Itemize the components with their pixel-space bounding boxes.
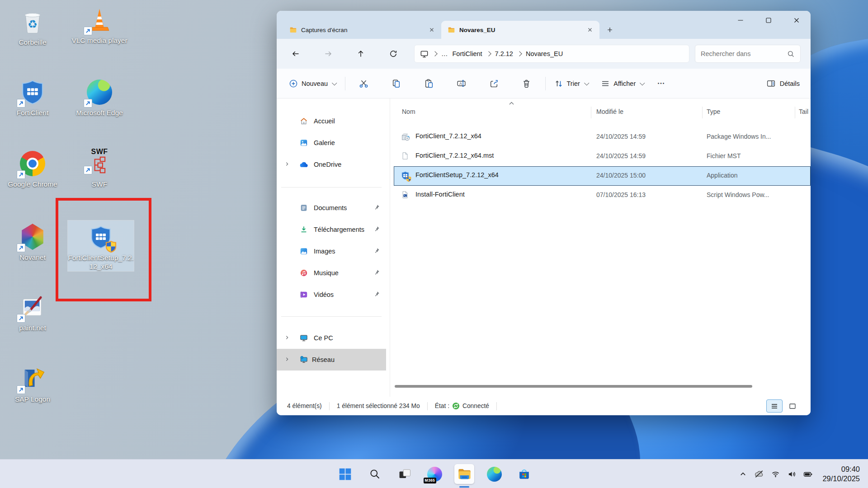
desktop-icon-vlc[interactable]: VLC media player bbox=[70, 5, 129, 45]
tab-novares-eu[interactable]: Novares_EU bbox=[441, 21, 599, 39]
sidebar-item-reseau[interactable]: Réseau bbox=[277, 349, 386, 371]
breadcrumb-segment[interactable]: 7.2.12 bbox=[495, 50, 513, 57]
plus-icon bbox=[606, 26, 613, 33]
up-button[interactable] bbox=[352, 45, 370, 63]
sidebar-item-videos[interactable]: Vidéos bbox=[278, 284, 386, 305]
sidebar-item-telechargements[interactable]: Téléchargements bbox=[278, 219, 386, 240]
sort-button[interactable]: Trier bbox=[554, 79, 589, 88]
search-input[interactable] bbox=[701, 50, 773, 57]
search-button[interactable] bbox=[365, 464, 385, 484]
pin-icon[interactable] bbox=[374, 269, 380, 277]
store-button[interactable] bbox=[514, 464, 534, 484]
details-button[interactable]: Détails bbox=[766, 79, 800, 88]
pin-icon[interactable] bbox=[374, 291, 380, 298]
new-button[interactable]: Nouveau bbox=[289, 79, 336, 88]
gallery-icon bbox=[299, 139, 308, 147]
cut-button[interactable] bbox=[354, 75, 374, 93]
battery-icon[interactable] bbox=[800, 465, 816, 483]
file-row-install-forticlient[interactable]: Install-FortiClient 07/10/2025 16:13 Scr… bbox=[394, 186, 811, 205]
file-row-forticlient-setup-selected[interactable]: FortiClientSetup_7.2.12_x64 24/10/2025 1… bbox=[394, 166, 811, 186]
onedrive-icon bbox=[299, 162, 308, 168]
videos-icon bbox=[299, 291, 308, 299]
minimize-button[interactable] bbox=[726, 11, 755, 30]
tab-close-icon[interactable] bbox=[585, 25, 595, 35]
back-button[interactable] bbox=[287, 45, 305, 63]
edge-icon bbox=[487, 467, 502, 482]
start-button[interactable] bbox=[335, 464, 355, 484]
refresh-button[interactable] bbox=[384, 45, 402, 63]
desktop-icon-edge[interactable]: Microsoft Edge bbox=[70, 78, 129, 117]
command-bar: Nouveau A bbox=[277, 69, 811, 99]
column-header-type[interactable]: Type bbox=[707, 108, 720, 115]
breadcrumb-ellipsis[interactable]: … bbox=[441, 50, 448, 57]
onedrive-paused-icon[interactable] bbox=[751, 465, 767, 483]
desktop-icon-chrome[interactable]: Google Chrome bbox=[3, 149, 62, 189]
volume-icon[interactable] bbox=[783, 465, 800, 483]
more-button[interactable]: ••• bbox=[658, 81, 665, 86]
column-header-taille[interactable]: Tail bbox=[799, 108, 808, 115]
details-pane-icon bbox=[766, 79, 776, 88]
file-row-forticlient-msi[interactable]: FortiClient_7.2.12_x64 24/10/2025 14:59 … bbox=[394, 127, 811, 147]
desktop-icon-novanet[interactable]: Novanet bbox=[3, 222, 62, 262]
chevron-right-icon[interactable] bbox=[285, 356, 289, 363]
breadcrumb-chevron-icon bbox=[486, 51, 491, 56]
sidebar-item-galerie[interactable]: Galerie bbox=[278, 132, 386, 154]
chevron-right-icon[interactable] bbox=[285, 334, 289, 342]
paste-button[interactable] bbox=[419, 75, 439, 93]
pin-icon[interactable] bbox=[374, 204, 380, 211]
new-tab-button[interactable] bbox=[603, 23, 617, 37]
search-box[interactable] bbox=[695, 45, 801, 63]
horizontal-scrollbar[interactable] bbox=[395, 385, 752, 388]
tab-captures-decran[interactable]: Captures d'écran bbox=[283, 21, 441, 39]
tray-chevron-up-icon[interactable] bbox=[735, 465, 751, 483]
breadcrumb-segment[interactable]: FortiClient bbox=[453, 50, 482, 57]
forticlient-setup-icon bbox=[401, 171, 411, 181]
close-button[interactable] bbox=[783, 11, 811, 30]
desktop-icon-label: Corbeille bbox=[19, 38, 46, 47]
pin-icon[interactable] bbox=[374, 248, 380, 255]
desktop-icon-paintnet[interactable]: paint.net bbox=[3, 293, 62, 333]
documents-icon bbox=[299, 204, 308, 212]
list-view-button[interactable] bbox=[766, 399, 783, 413]
forward-button[interactable] bbox=[319, 45, 337, 63]
tab-close-icon[interactable] bbox=[427, 25, 437, 35]
pin-icon[interactable] bbox=[374, 226, 380, 233]
chevron-right-icon[interactable] bbox=[285, 161, 289, 168]
desktop-icon-forticlient[interactable]: FortiClient bbox=[3, 78, 62, 117]
large-icons-view-button[interactable] bbox=[784, 399, 801, 413]
desktop-icon-label: Microsoft Edge bbox=[76, 109, 123, 117]
wifi-icon[interactable] bbox=[767, 465, 783, 483]
file-explorer-button[interactable] bbox=[454, 464, 474, 484]
breadcrumb-segment[interactable]: Novares_EU bbox=[526, 50, 563, 57]
edge-button[interactable] bbox=[484, 464, 504, 484]
copilot-m365-button[interactable]: M365 bbox=[425, 464, 444, 484]
copy-button[interactable] bbox=[387, 75, 406, 93]
sidebar-item-ce-pc[interactable]: Ce PC bbox=[278, 327, 386, 349]
taskbar-clock[interactable]: 09:40 29/10/2025 bbox=[822, 465, 860, 483]
desktop-icon-label: SWF bbox=[92, 180, 107, 189]
sidebar-item-documents[interactable]: Documents bbox=[278, 197, 386, 219]
task-view-button[interactable] bbox=[395, 464, 415, 484]
desktop-icon-corbeille[interactable]: ♻ Corbeille bbox=[3, 7, 62, 47]
sidebar-item-images[interactable]: Images bbox=[278, 240, 386, 262]
sidebar-item-accueil[interactable]: Accueil bbox=[278, 110, 386, 132]
sidebar-item-musique[interactable]: Musique bbox=[278, 262, 386, 284]
rename-button[interactable]: A bbox=[452, 75, 472, 93]
share-button[interactable] bbox=[484, 75, 504, 93]
delete-button[interactable] bbox=[517, 75, 537, 93]
desktop-icon-sap[interactable]: SAP Logon bbox=[3, 364, 62, 404]
home-icon bbox=[299, 117, 308, 125]
maximize-button[interactable] bbox=[755, 11, 783, 30]
file-row-forticlient-mst[interactable]: FortiClient_7.2.12_x64.mst 24/10/2025 14… bbox=[394, 147, 811, 166]
this-pc-icon[interactable] bbox=[420, 50, 429, 58]
sort-ascending-icon bbox=[509, 101, 514, 105]
desktop-icon-swf[interactable]: SWF SWF bbox=[70, 144, 129, 189]
copy-icon bbox=[392, 79, 401, 88]
file-list: Nom Modifié le Type Tail FortiClient_7.2… bbox=[390, 99, 811, 397]
column-header-nom[interactable]: Nom bbox=[402, 108, 415, 115]
sidebar-item-onedrive[interactable]: OneDrive bbox=[278, 154, 386, 175]
column-header-modifie[interactable]: Modifié le bbox=[596, 108, 623, 115]
items-count: 4 élément(s) bbox=[287, 403, 322, 409]
active-app-indicator bbox=[459, 486, 469, 488]
view-button[interactable]: Afficher bbox=[601, 79, 644, 88]
